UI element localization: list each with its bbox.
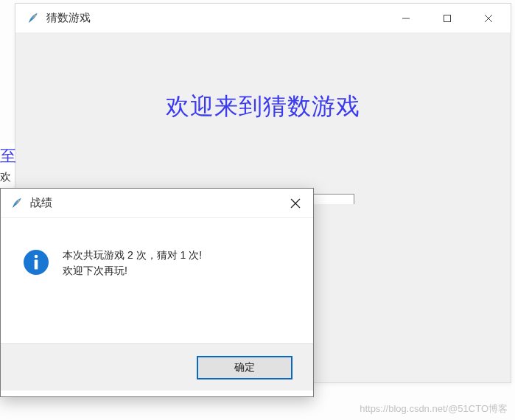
dialog-message-line2: 欢迎下次再玩! [63,263,202,279]
info-icon [23,249,49,276]
dialog-title: 战绩 [30,196,52,210]
dialog-close-button[interactable] [278,189,313,217]
background-window-peek: 至 欢 [0,144,15,186]
svg-rect-12 [35,260,38,270]
svg-point-11 [35,255,38,259]
minimize-button[interactable] [385,4,427,32]
peek-text-2: 欢 [0,170,15,184]
svg-point-7 [17,201,18,203]
dialog-app-icon [11,197,23,209]
svg-point-0 [35,15,36,16]
welcome-label: 欢迎来到猜数游戏 [15,91,511,123]
close-button[interactable] [468,4,509,32]
dialog-message: 本次共玩游戏 2 次，猜对 1 次! 欢迎下次再玩! [63,248,202,279]
peek-text-1: 至 [0,145,15,167]
watermark: https://blog.csdn.net/@51CTO博客 [360,402,508,416]
dialog-footer: 确定 [1,343,313,391]
dialog-body: 本次共玩游戏 2 次，猜对 1 次! 欢迎下次再玩! [1,218,313,343]
svg-point-1 [33,16,34,18]
dialog-titlebar: 战绩 [1,189,313,218]
app-icon [27,13,39,24]
titlebar: 猜数游戏 [15,4,511,33]
message-dialog: 战绩 本次共玩游戏 2 次，猜对 1 次! 欢迎下次再玩! 确定 [0,188,314,397]
maximize-button[interactable] [427,4,468,32]
ok-button[interactable]: 确定 [197,356,292,379]
svg-point-6 [18,200,20,201]
ok-button-label: 确定 [234,361,255,374]
window-controls [385,4,509,32]
svg-rect-3 [444,15,451,21]
window-title: 猜数游戏 [46,11,91,25]
dialog-message-line1: 本次共玩游戏 2 次，猜对 1 次! [63,248,202,263]
